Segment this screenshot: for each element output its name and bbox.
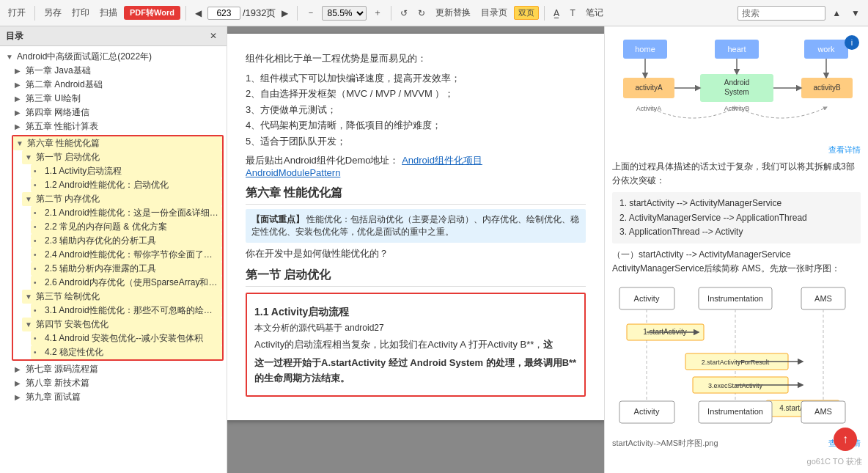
redo-button[interactable]: ↻ [414, 7, 429, 20]
collapse-icon-9: ▶ [15, 393, 23, 401]
activity-a-label: activityA [635, 84, 663, 92]
sidebar-item-1-1[interactable]: • 1.1 Activity启动流程 [31, 164, 222, 178]
sidebar-item-section1[interactable]: ▼ 第一节 启动优化 [22, 150, 222, 164]
leaf-2-1: • [34, 209, 43, 217]
item-2-1-label: 2.1 Android性能优化：这是一份全面&详细的内存优化指南 [45, 207, 219, 219]
diagram1-comment-button[interactable]: 查看详情 [828, 144, 861, 155]
question-text: 你在开发中是如何做性能优化的？ [246, 247, 586, 260]
chapter-title: 第六章 性能优化篇 [246, 186, 586, 205]
text-button[interactable]: T [566, 7, 578, 20]
watermark: go61C TO 获准 [807, 456, 862, 467]
subsection-box: 1.1 Activity启动流程 本文分析的源代码基于 android27 Ac… [246, 293, 586, 396]
main-area: 目录 ✕ ▼ Android中高级面试题汇总(2022年) ▶ 第一章 Java… [0, 26, 868, 473]
zoom-in-button[interactable]: ＋ [369, 5, 386, 21]
section3-children: • 3.1 Android性能优化：那些不可忽略的绘制优化 [22, 304, 222, 318]
section1-children: • 1.1 Activity启动流程 • 1.2 Android性能优化：启动优… [22, 164, 222, 192]
sidebar-item-3-1[interactable]: • 3.1 Android性能优化：那些不可忽略的绘制优化 [31, 304, 222, 318]
sidebar-item-2-1[interactable]: • 2.1 Android性能优化：这是一份全面&详细的内存优化指南 [31, 206, 222, 220]
pdf-area[interactable]: 组件化相比于单一工程优势是显而易见的： 1、组件模式下可以加快编译速度，提高开发… [227, 26, 604, 473]
sidebar-close-button[interactable]: ✕ [206, 29, 221, 43]
expand-icon-s1: ▼ [25, 153, 34, 161]
sidebar-item-chapter9[interactable]: ▶ 第九章 面试篇 [12, 390, 224, 404]
expand-icon-s2: ▼ [25, 195, 34, 203]
section-title: 第一节 启动优化 [246, 268, 586, 287]
undo-button[interactable]: ↺ [397, 7, 411, 20]
refresh-button[interactable]: 更新替换 [432, 5, 474, 21]
page-total: /1932页 [243, 7, 276, 20]
leaf-2-3: • [34, 237, 43, 245]
leaf-4-1: • [34, 334, 43, 342]
work-label: work [817, 45, 835, 54]
exec-start-label: 3.execStartActivity [708, 382, 763, 389]
leaf-2-6: • [34, 279, 43, 287]
right-panel-content: i home heart work activityA Android Syst… [605, 26, 868, 456]
activity-bottom-label: Activity [634, 407, 660, 416]
zoom-out-button[interactable]: － [303, 5, 319, 21]
sidebar-item-chapter7[interactable]: ▶ 第七章 源码流程篇 [12, 362, 224, 376]
prev-page-button[interactable]: ◀ [191, 7, 205, 20]
collapse-icon-8: ▶ [15, 379, 23, 387]
print-button[interactable]: 打印 [68, 5, 93, 21]
sidebar-item-2-4[interactable]: • 2.4 Android性能优化：帮你字节你全面了解 内存泄露 & 解决方案 [31, 248, 222, 262]
sidebar-item-section2[interactable]: ▼ 第二节 内存优化 [22, 192, 222, 206]
dual-page-button[interactable]: 双页 [514, 6, 539, 20]
zoom-select[interactable]: 85.5% 100% 75% [322, 6, 367, 21]
sidebar-item-chapter5[interactable]: ▶ 第五章 性能计算表 [12, 120, 224, 133]
sidebar-item-4-1[interactable]: • 4.1 Android 安装包优化--减小安装包体积 [31, 331, 222, 345]
sidebar-item-chapter6[interactable]: ▼ 第六章 性能优化篇 [13, 136, 222, 150]
sidebar-item-4-2[interactable]: • 4.2 稳定性优化 [31, 345, 222, 359]
sidebar-content: ▼ Android中高级面试题汇总(2022年) ▶ 第一章 Java基础 ▶ … [0, 46, 227, 473]
search-input[interactable] [738, 6, 825, 21]
page-input[interactable] [207, 7, 240, 20]
toc-button[interactable]: 目录页 [477, 5, 511, 21]
ams-bottom-label: AMS [814, 407, 832, 416]
curved-arrow-2 [737, 107, 827, 118]
expand-icon-6: ▼ [16, 139, 25, 147]
demo-link2-area: AndroidModulePattern [246, 167, 586, 178]
search-up-button[interactable]: ▲ [828, 7, 845, 20]
search-down-button[interactable]: ▼ [847, 7, 864, 20]
open-button[interactable]: 打开 [4, 5, 29, 21]
sidebar-item-2-2[interactable]: • 2.2 常见的内存问题 & 优化方案 [31, 220, 222, 234]
sidebar-item-1-2[interactable]: • 1.2 Android性能优化：启动优化 [31, 178, 222, 192]
chapter6-children: ▼ 第一节 启动优化 • 1.1 Activity启动流程 • [13, 150, 222, 359]
sidebar-item-chapter3[interactable]: ▶ 第三章 UI绘制 [12, 92, 224, 106]
item-2-6-label: 2.6 Android内存优化（使用SparseArray和ArrayMap代替… [45, 276, 219, 289]
next-page-button[interactable]: ▶ [278, 7, 292, 20]
scan-button[interactable]: 扫描 [96, 5, 121, 21]
sidebar-item-section4[interactable]: ▼ 第四节 安装包优化 [22, 318, 222, 331]
pdf-word-button[interactable]: PDF转Word [124, 6, 180, 20]
leaf-2-5: • [34, 265, 43, 273]
sidebar-level1: ▶ 第一章 Java基础 ▶ 第二章 Android基础 ▶ 第三章 UI绘制 … [3, 64, 224, 404]
expand-icon: ▼ [6, 53, 15, 61]
start-for-result-label: 2.startActivityForResult [702, 359, 770, 366]
panel-ams-text: ActivityManagerService后续简称 AMS。先放一张时序图： [612, 262, 861, 276]
step-3: 3. ApplicationThread --> Activity [619, 225, 853, 239]
sidebar-item-label: Android中高级面试题汇总(2022年) [17, 51, 152, 63]
chapter3-label: 第三章 UI绘制 [26, 92, 81, 105]
sidebar-item-2-5[interactable]: • 2.5 辅助分析内存泄露的工具 [31, 262, 222, 276]
save-button[interactable]: 另存 [40, 5, 65, 21]
activity-desc: Activity的启动流程相当复杂，比如我们在Activity A 打开Acti… [254, 337, 577, 353]
sidebar-item-root[interactable]: ▼ Android中高级面试题汇总(2022年) [3, 50, 224, 64]
sidebar-item-2-6[interactable]: • 2.6 Android内存优化（使用SparseArray和ArrayMap… [31, 276, 222, 290]
highlight-button[interactable]: A̲ [550, 7, 563, 20]
right-panel: i home heart work activityA Android Syst… [604, 26, 868, 473]
section4-label: 第四节 安装包优化 [36, 318, 108, 331]
back-to-top-button[interactable]: ↑ [834, 428, 857, 451]
benefit-3: 3、方便做单元测试； [246, 103, 586, 117]
expand-icon-s4: ▼ [25, 320, 34, 329]
sidebar-item-chapter1[interactable]: ▶ 第一章 Java基础 [12, 64, 224, 78]
leaf-4-2: • [34, 348, 43, 356]
demo-link1[interactable]: Android组件化项目 [402, 155, 482, 166]
demo-link2[interactable]: AndroidModulePattern [246, 167, 340, 178]
intro-text: 组件化相比于单一工程优势是显而易见的： [246, 51, 586, 67]
toolbar: 打开 另存 打印 扫描 PDF转Word ◀ /1932页 ▶ － 85.5% … [0, 0, 868, 26]
sidebar-item-2-3[interactable]: • 2.3 辅助内存优化的分析工具 [31, 234, 222, 248]
sidebar-item-chapter4[interactable]: ▶ 第四章 网络通信 [12, 106, 224, 120]
sidebar-item-chapter8[interactable]: ▶ 第八章 新技术篇 [12, 376, 224, 390]
chapter4-label: 第四章 网络通信 [26, 106, 89, 119]
note-button[interactable]: 笔记 [582, 5, 607, 21]
sidebar-item-section3[interactable]: ▼ 第三节 绘制优化 [22, 290, 222, 304]
sidebar-item-chapter2[interactable]: ▶ 第二章 Android基础 [12, 78, 224, 92]
